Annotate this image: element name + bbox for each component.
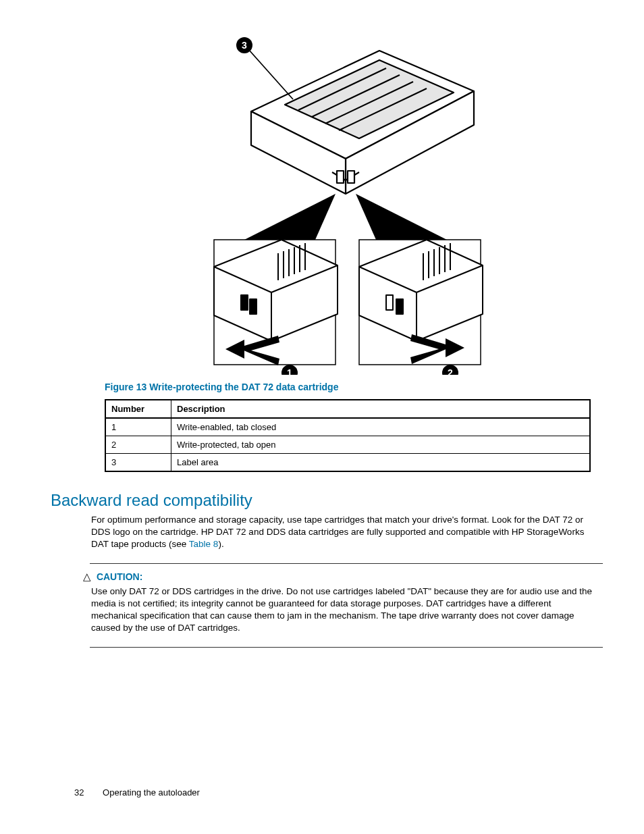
section-paragraph: For optimum performance and storage capa…: [91, 514, 593, 551]
svg-line-10: [248, 49, 293, 99]
divider: [90, 647, 603, 648]
page-footer: 32 Operating the autoloader: [74, 787, 200, 798]
table-row: 1 Write-enabled, tab closed: [105, 418, 590, 436]
svg-rect-9: [348, 171, 354, 183]
chapter-title: Operating the autoloader: [103, 787, 200, 798]
svg-rect-8: [337, 171, 344, 183]
svg-marker-12: [244, 194, 336, 240]
svg-marker-13: [356, 194, 447, 240]
callout-3: 3: [242, 40, 247, 51]
link-table-8[interactable]: Table 8: [189, 539, 219, 549]
caution-heading: △ CAUTION:: [83, 571, 593, 583]
svg-rect-23: [250, 299, 257, 314]
warning-icon: △: [83, 571, 91, 583]
figure-legend-table: Number Description 1 Write-enabled, tab …: [105, 399, 591, 472]
svg-rect-36: [386, 295, 393, 310]
figure-caption: Figure 13 Write-protecting the DAT 72 da…: [105, 382, 593, 392]
caution-label: CAUTION:: [97, 571, 142, 582]
page-number: 32: [74, 787, 84, 798]
table-row: 2 Write-protected, tab open: [105, 436, 590, 454]
table-row: 3 Label area: [105, 454, 590, 472]
caution-text: Use only DAT 72 or DDS cartridges in the…: [91, 585, 593, 635]
svg-rect-37: [396, 299, 403, 314]
callout-2: 2: [448, 367, 453, 375]
svg-rect-22: [241, 295, 248, 310]
divider: [90, 563, 603, 564]
th-number: Number: [105, 400, 171, 418]
section-heading: Backward read compatibility: [51, 491, 593, 510]
th-description: Description: [171, 400, 591, 418]
figure-13: 3: [84, 37, 593, 377]
callout-1: 1: [287, 367, 292, 375]
